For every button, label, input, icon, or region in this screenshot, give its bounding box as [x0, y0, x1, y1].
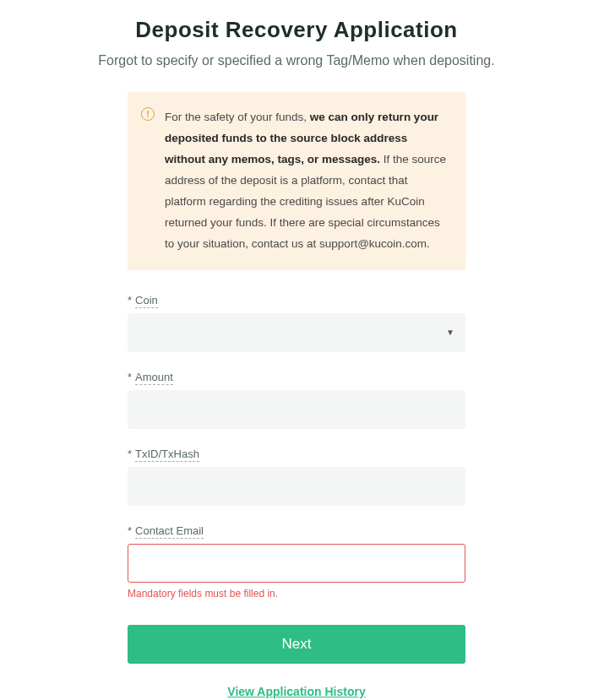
- amount-label: *Amount: [128, 371, 465, 383]
- coin-label-text: Coin: [135, 294, 158, 308]
- field-txid: *TxID/TxHash: [128, 448, 465, 506]
- amount-label-text: Amount: [135, 371, 173, 385]
- warning-icon: !: [141, 107, 155, 121]
- txid-input[interactable]: [128, 467, 465, 506]
- required-mark: *: [128, 448, 132, 460]
- txid-label-text: TxID/TxHash: [135, 448, 199, 462]
- email-label-text: Contact Email: [135, 524, 204, 539]
- email-input[interactable]: [128, 544, 465, 583]
- amount-input[interactable]: [128, 390, 465, 429]
- txid-label: *TxID/TxHash: [128, 448, 465, 460]
- field-amount: *Amount: [128, 371, 465, 429]
- safety-notice: ! For the safety of your funds, we can o…: [128, 92, 465, 270]
- field-email: *Contact Email Mandatory fields must be …: [128, 524, 465, 600]
- chevron-down-icon: ▼: [446, 328, 454, 337]
- next-button[interactable]: Next: [128, 625, 465, 664]
- required-mark: *: [128, 294, 132, 307]
- notice-text-prefix: For the safety of your funds,: [165, 111, 310, 123]
- page-subtitle: Forgot to specify or specified a wrong T…: [0, 53, 593, 68]
- email-label: *Contact Email: [128, 524, 465, 537]
- coin-label: *Coin: [128, 294, 465, 307]
- email-error: Mandatory fields must be filled in.: [128, 588, 465, 600]
- required-mark: *: [128, 524, 132, 537]
- field-coin: *Coin ▼: [128, 294, 465, 352]
- view-history-link[interactable]: View Application History: [227, 685, 365, 698]
- coin-select[interactable]: ▼: [128, 313, 465, 352]
- required-mark: *: [128, 371, 132, 383]
- notice-text-suffix: If the source address of the deposit is …: [165, 153, 446, 250]
- page-title: Deposit Recovery Application: [0, 17, 593, 43]
